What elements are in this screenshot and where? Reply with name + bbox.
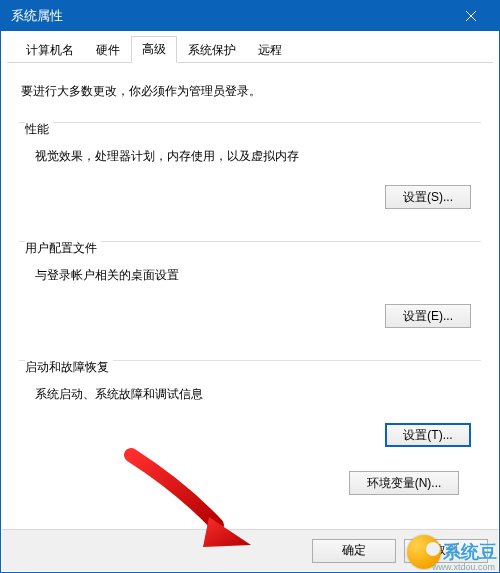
system-properties-window: 系统属性 计算机名 硬件 高级 系统保护 远程 要进行大多数更改，你必须作为管理… [0, 0, 500, 573]
tab-computer-name[interactable]: 计算机名 [15, 37, 85, 63]
tab-advanced[interactable]: 高级 [131, 36, 177, 63]
user-profile-group-title: 用户配置文件 [25, 240, 101, 257]
performance-settings-button[interactable]: 设置(S)... [385, 185, 471, 209]
admin-notice: 要进行大多数更改，你必须作为管理员登录。 [21, 83, 481, 100]
startup-recovery-group-title: 启动和故障恢复 [25, 359, 113, 376]
tab-remote[interactable]: 远程 [247, 37, 293, 63]
performance-group: 性能 视觉效果，处理器计划，内存使用，以及虚拟内存 设置(S)... [19, 114, 481, 219]
tab-hardware[interactable]: 硬件 [85, 37, 131, 63]
titlebar: 系统属性 [1, 1, 499, 31]
startup-recovery-group: 启动和故障恢复 系统启动、系统故障和调试信息 设置(T)... [19, 352, 481, 457]
environment-variables-button[interactable]: 环境变量(N)... [349, 471, 459, 495]
tab-system-protection[interactable]: 系统保护 [177, 37, 247, 63]
window-title: 系统属性 [11, 7, 451, 25]
close-button[interactable] [451, 2, 491, 30]
user-profile-settings-button[interactable]: 设置(E)... [385, 304, 471, 328]
startup-recovery-settings-button[interactable]: 设置(T)... [385, 423, 471, 447]
ok-button[interactable]: 确定 [312, 539, 396, 563]
tab-strip: 计算机名 硬件 高级 系统保护 远程 [7, 37, 493, 63]
cancel-button[interactable]: 取消 [404, 539, 488, 563]
user-profile-group: 用户配置文件 与登录帐户相关的桌面设置 设置(E)... [19, 233, 481, 338]
performance-desc: 视觉效果，处理器计划，内存使用，以及虚拟内存 [35, 148, 475, 165]
advanced-panel: 要进行大多数更改，你必须作为管理员登录。 性能 视觉效果，处理器计划，内存使用，… [1, 63, 499, 495]
startup-recovery-desc: 系统启动、系统故障和调试信息 [35, 386, 475, 403]
performance-group-title: 性能 [25, 121, 53, 138]
user-profile-desc: 与登录帐户相关的桌面设置 [35, 267, 475, 284]
dialog-footer: 确定 取消 [2, 530, 498, 571]
